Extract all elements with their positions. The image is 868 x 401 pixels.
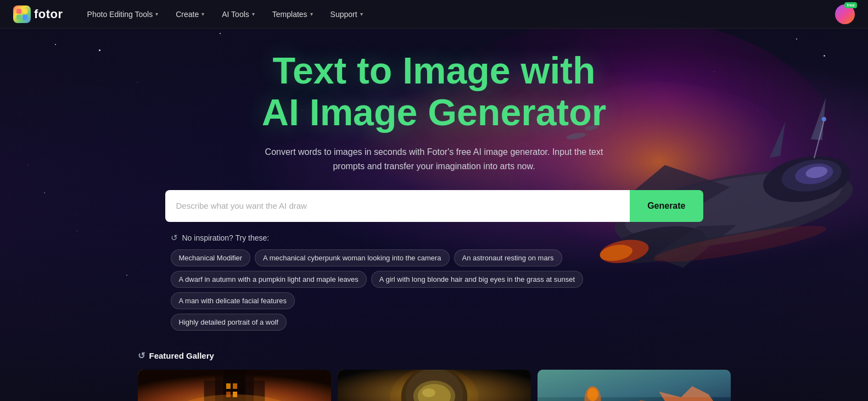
hero-subtitle: Convert words to images in seconds with … [259, 145, 610, 173]
prompt-chip-0[interactable]: Mechanical Modifier [171, 249, 251, 266]
gallery-grid [138, 370, 731, 402]
prompt-chip-3[interactable]: A dwarf in autumn with a pumpkin light a… [171, 271, 367, 288]
gallery-card-2[interactable] [537, 370, 731, 402]
nav-create-chevron: ▾ [201, 11, 204, 17]
nav-templates-chevron: ▾ [310, 11, 313, 17]
prompts-header-text: No inspiration? Try these: [182, 233, 270, 242]
free-badge: free [844, 2, 857, 8]
refresh-icon[interactable]: ↺ [171, 233, 178, 243]
svg-rect-0 [16, 9, 21, 14]
nav-photo-editing-label: Photo Editing Tools [87, 10, 153, 19]
prompt-chip-2[interactable]: An astronaut resting on mars [454, 249, 562, 266]
featured-section: ↺ Featured Gallery [132, 350, 736, 402]
svg-rect-3 [23, 15, 27, 20]
search-input[interactable] [165, 190, 630, 222]
nav-templates[interactable]: Templates ▾ [265, 7, 321, 22]
navbar: fotor Photo Editing Tools ▾ Create ▾ AI … [0, 0, 868, 29]
svg-point-46 [587, 387, 598, 400]
nav-photo-editing[interactable]: Photo Editing Tools ▾ [80, 7, 166, 22]
nav-ai-tools[interactable]: AI Tools ▾ [214, 7, 262, 22]
svg-rect-1 [23, 9, 27, 14]
user-avatar[interactable]: free [835, 4, 855, 24]
featured-refresh-icon: ↺ [138, 350, 145, 361]
prompts-row-3: Highly detailed portrait of a wolf [171, 314, 698, 331]
generate-button[interactable]: Generate [630, 190, 703, 222]
svg-rect-28 [226, 383, 230, 388]
logo-icon [13, 5, 31, 23]
gallery-card-1[interactable] [338, 370, 531, 402]
hero-title-line1: Text to Image with [272, 49, 595, 91]
nav-ai-tools-chevron: ▾ [252, 11, 255, 17]
search-bar: Generate [165, 190, 703, 222]
nav-create[interactable]: Create ▾ [168, 7, 212, 22]
nav-support-label: Support [331, 10, 357, 19]
svg-rect-2 [16, 15, 21, 20]
nav-create-label: Create [176, 10, 199, 19]
prompts-section: ↺ No inspiration? Try these: Mechanical … [165, 233, 703, 335]
hero-title: Text to Image with AI Image Generator [262, 49, 606, 133]
logo-text: fotor [34, 7, 63, 21]
prompt-chip-6[interactable]: Highly detailed portrait of a wolf [171, 314, 287, 331]
featured-header: ↺ Featured Gallery [138, 350, 731, 361]
svg-rect-29 [232, 383, 237, 388]
hero-title-line2: AI Image Generator [262, 91, 606, 133]
prompts-header: ↺ No inspiration? Try these: [171, 233, 698, 243]
hero-section: Text to Image with AI Image Generator Co… [0, 0, 868, 401]
nav-templates-label: Templates [272, 10, 307, 19]
nav-photo-editing-chevron: ▾ [155, 11, 158, 17]
logo[interactable]: fotor [13, 5, 63, 23]
prompt-chip-5[interactable]: A man with delicate facial features [171, 292, 295, 309]
prompts-row-1: Mechanical Modifier A mechanical cyberpu… [171, 249, 698, 266]
nav-items: Photo Editing Tools ▾ Create ▾ AI Tools … [80, 7, 835, 22]
prompts-row-2: A dwarf in autumn with a pumpkin light a… [171, 271, 698, 309]
nav-support-chevron: ▾ [360, 11, 363, 17]
prompt-chip-4[interactable]: A girl with long blonde hair and big eye… [371, 271, 583, 288]
hero-content: Text to Image with AI Image Generator Co… [187, 49, 681, 190]
nav-support[interactable]: Support ▾ [323, 7, 371, 22]
svg-rect-43 [537, 370, 731, 397]
featured-title: Featured Gallery [149, 351, 214, 360]
navbar-right: free [835, 4, 855, 24]
gallery-card-0[interactable] [138, 370, 331, 402]
prompt-chip-1[interactable]: A mechanical cyberpunk woman looking int… [255, 249, 449, 266]
nav-ai-tools-label: AI Tools [222, 10, 249, 19]
